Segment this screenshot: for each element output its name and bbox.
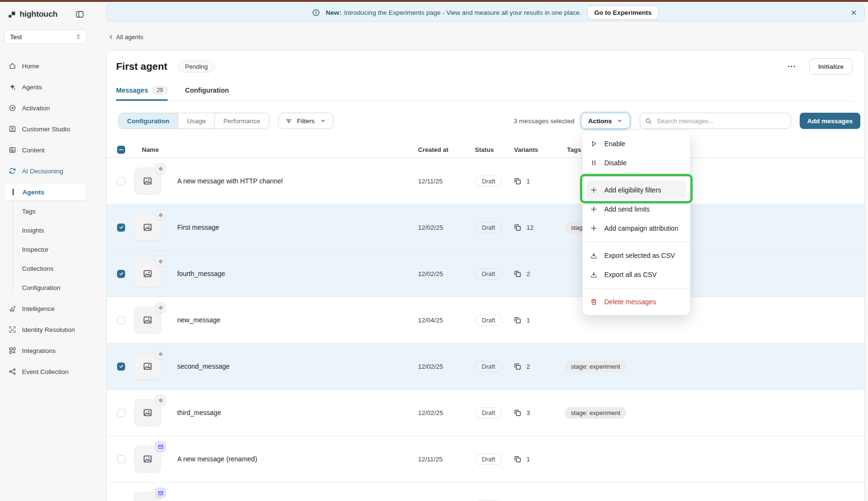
messages-toolbar: Configuration Usage Performance Filters … (107, 113, 864, 129)
sidebar-collapse-button[interactable] (75, 10, 84, 19)
sidebar-subitem-inspector[interactable]: Inspector (12, 241, 87, 258)
created-at-cell: 12/02/25 (412, 224, 471, 231)
message-name[interactable]: second_message (175, 362, 412, 370)
row-checkbox[interactable] (117, 270, 125, 278)
message-name[interactable]: A new message (renamed) (175, 455, 412, 463)
sidebar-item-ai-decisioning[interactable]: AI Decisioning (0, 162, 88, 180)
menu-item-label: Add send limits (604, 205, 650, 213)
menu-item-export-selected-csv[interactable]: Export selected as CSV (582, 246, 690, 265)
sidebar-item-content[interactable]: Content (0, 141, 88, 159)
status-draft-badge: Draft (475, 407, 502, 418)
filters-button[interactable]: Filters (278, 113, 333, 129)
image-icon (142, 268, 153, 279)
message-name[interactable]: A new message with HTTP channel (175, 177, 412, 185)
message-name[interactable]: First message (175, 224, 412, 231)
workspace-selector[interactable]: Test (4, 30, 87, 44)
table-row[interactable]: A new message with HTTP channel 12/11/25… (107, 158, 864, 204)
table-row[interactable]: First message 12/02/25 Draft 12 stage: e… (107, 204, 864, 251)
sidebar-item-customer-studio[interactable]: Customer Studio (0, 120, 88, 138)
menu-item-add-eligibility-filters[interactable]: Add eligibility filters (586, 181, 686, 200)
column-header-created-at[interactable]: Created at (412, 146, 471, 153)
sidebar-item-home[interactable]: Home (0, 57, 88, 75)
table-row[interactable]: A new message (renamed) 12/11/25 Draft 1 (107, 436, 864, 482)
table-row[interactable]: fourth_message 12/02/25 Draft 2 (107, 251, 864, 297)
intelligence-icon (9, 305, 16, 312)
segment-performance[interactable]: Performance (215, 113, 269, 128)
sidebar-item-label: Integrations (22, 347, 56, 354)
check-icon (118, 363, 124, 369)
variants-icon (514, 177, 522, 185)
sidebar-item-agents[interactable]: Agents (0, 78, 88, 96)
sidebar-item-identity-resolution[interactable]: Identity Resolution (0, 321, 88, 338)
variants-count: 2 (526, 270, 530, 277)
tab-configuration[interactable]: Configuration (185, 86, 229, 101)
sidebar-item-activation[interactable]: Activation (0, 99, 88, 117)
check-icon (118, 224, 124, 230)
activation-icon (9, 104, 16, 112)
actions-dropdown-menu: Enable Disable Add eligibility filters A… (582, 130, 690, 315)
menu-item-add-send-limits[interactable]: Add send limits (582, 200, 690, 219)
row-checkbox[interactable] (117, 455, 125, 463)
table-row[interactable]: second_message 12/02/25 Draft 2 stage: e… (107, 343, 864, 390)
menu-item-enable[interactable]: Enable (582, 134, 690, 153)
go-to-experiments-button[interactable]: Go to Experiments (587, 6, 659, 20)
variants-count: 1 (526, 317, 530, 324)
sidebar-item-integrations[interactable]: Integrations (0, 342, 88, 359)
created-at-cell: 12/11/25 (412, 178, 471, 185)
gear-badge-icon (155, 163, 166, 174)
search-icon (645, 117, 652, 125)
menu-item-label: Add eligibility filters (604, 186, 661, 194)
more-options-button[interactable] (786, 63, 797, 70)
table-row[interactable]: third_message 12/02/25 Draft 3 stage: ex… (107, 390, 864, 436)
menu-item-disable[interactable]: Disable (582, 153, 690, 172)
event-collection-icon (9, 368, 16, 375)
actions-button[interactable]: Actions (581, 113, 630, 129)
menu-item-label: Export all as CSV (604, 271, 657, 278)
status-draft-badge: Draft (475, 176, 502, 187)
row-checkbox[interactable] (117, 177, 125, 185)
sidebar-subitem-agents[interactable]: Agents (4, 183, 87, 201)
menu-item-add-campaign-attribution[interactable]: Add campaign attribution (582, 219, 690, 238)
sidebar-item-label: Intelligence (22, 305, 54, 312)
sidebar-item-label: Inspector (22, 246, 49, 253)
status-draft-badge: Draft (475, 222, 502, 233)
select-all-checkbox[interactable] (117, 146, 125, 154)
breadcrumb[interactable]: All agents (108, 33, 143, 41)
column-header-variants[interactable]: Variants (506, 146, 565, 153)
gear-badge-icon (155, 256, 166, 266)
message-name[interactable]: fourth_message (175, 270, 412, 277)
tab-messages[interactable]: Messages 29 (116, 86, 168, 101)
segment-usage[interactable]: Usage (178, 113, 214, 128)
sidebar-nav: Home Agents Activation Customer Studio C… (0, 57, 91, 380)
sidebar-subitem-tags[interactable]: Tags (12, 203, 87, 220)
plus-icon (590, 205, 598, 213)
message-name[interactable]: new_message (175, 316, 412, 324)
add-messages-button[interactable]: Add messages (800, 113, 860, 129)
segment-configuration[interactable]: Configuration (118, 113, 178, 128)
sidebar-item-label: Home (22, 63, 39, 70)
table-row[interactable]: Draft (107, 482, 864, 501)
column-header-name[interactable]: Name (134, 146, 412, 153)
row-checkbox[interactable] (117, 409, 125, 417)
sidebar-item-event-collection[interactable]: Event Collection (0, 363, 88, 380)
row-checkbox[interactable] (117, 224, 125, 232)
status-draft-badge: Draft (475, 361, 502, 372)
sidebar-subitem-configuration[interactable]: Configuration (12, 279, 87, 296)
table-row[interactable]: new_message 12/04/25 Draft 1 (107, 297, 864, 343)
banner-close-button[interactable] (850, 9, 857, 16)
search-input[interactable] (656, 117, 786, 125)
menu-item-delete-messages[interactable]: Delete messages (582, 292, 690, 311)
initialize-button[interactable]: Initialize (809, 58, 853, 75)
sidebar-item-intelligence[interactable]: Intelligence (0, 300, 88, 317)
row-checkbox[interactable] (117, 362, 125, 371)
identity-resolution-icon (9, 326, 16, 333)
gear-badge-icon (155, 302, 166, 313)
message-name[interactable]: third_message (175, 409, 412, 416)
menu-item-export-all-csv[interactable]: Export all as CSV (582, 265, 690, 284)
row-checkbox[interactable] (117, 316, 125, 324)
menu-item-label: Add campaign attribution (604, 224, 678, 232)
column-header-status[interactable]: Status (471, 146, 506, 153)
sidebar-subitem-insights[interactable]: Insights (12, 222, 87, 239)
sidebar-subitem-collections[interactable]: Collections (12, 260, 87, 277)
variants-count: 12 (526, 224, 534, 231)
